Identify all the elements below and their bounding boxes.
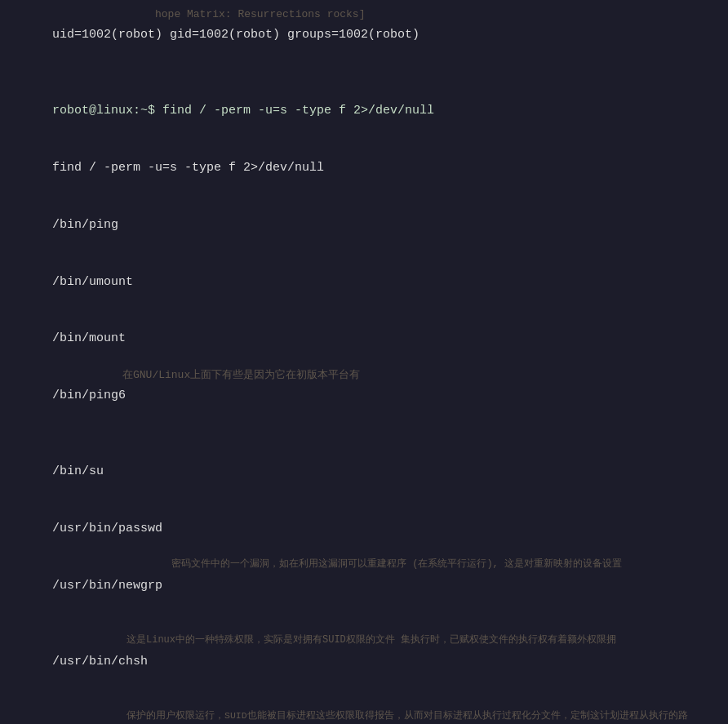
overlay-l10: 密码文件中的一个漏洞，如在利用这漏洞可以重建程序 (在系统平行运行), 这是对重…: [171, 557, 622, 572]
line-text-l11: /usr/bin/chsh: [52, 655, 148, 668]
line-l8: /bin/su: [8, 443, 720, 500]
line-text-l7: /bin/ping6: [52, 389, 126, 402]
line-l10: /usr/bin/newgrp 密码文件中的一个漏洞，如在利用这漏洞可以重建程序…: [8, 557, 720, 633]
line-text-l5: /bin/umount: [52, 275, 133, 289]
line-l6: /bin/mount: [8, 310, 720, 367]
terminal-content: uid=1002(robot) gid=1002(robot) groups=1…: [8, 7, 720, 724]
line-l1: uid=1002(robot) gid=1002(robot) groups=1…: [8, 7, 720, 82]
line-text-l3: find / -perm -u=s -type f 2>/dev/null: [52, 161, 324, 175]
line-l4: /bin/ping: [8, 197, 720, 254]
line-text-l1: uid=1002(robot) gid=1002(robot) groups=1…: [52, 28, 419, 42]
line-text-l2: robot@linux:~$ find / -perm -u=s -type f…: [52, 104, 434, 118]
line-l3: find / -perm -u=s -type f 2>/dev/null: [8, 140, 720, 197]
terminal-window: uid=1002(robot) gid=1002(robot) groups=1…: [0, 0, 728, 724]
line-text-l9: /usr/bin/passwd: [52, 522, 162, 535]
overlay-l7: 在GNU/Linux上面下有些是因为它在初版本平台有: [122, 367, 360, 384]
line-l12: /usr/bin/chfn 保护的用户权限运行，SUID也能被目标进程这些权限取…: [8, 708, 720, 724]
line-text-l6: /bin/mount: [52, 331, 126, 345]
line-l11: /usr/bin/chsh 这是Linux中的一种特殊权限，实际是对拥有SUID…: [8, 633, 720, 708]
overlay-l11: 这是Linux中的一种特殊权限，实际是对拥有SUID权限的文件 集执行时，已赋权…: [127, 633, 616, 648]
line-l2: robot@linux:~$ find / -perm -u=s -type f…: [8, 82, 720, 140]
line-text-l8: /bin/su: [52, 464, 104, 478]
overlay-l12: 保护的用户权限运行，SUID也能被目标进程这些权限取得报告，从而对目标进程从执行…: [127, 708, 688, 723]
line-l7: /bin/ping6 在GNU/Linux上面下有些是因为它在初版本平台有: [8, 367, 720, 443]
line-l5: /bin/umount: [8, 253, 720, 310]
line-l9: /usr/bin/passwd: [8, 500, 720, 557]
line-text-l10: /usr/bin/newgrp: [52, 579, 162, 593]
overlay-l1: hope Matrix: Resurrections rocks]: [155, 7, 365, 23]
line-text-l4: /bin/ping: [52, 218, 118, 232]
